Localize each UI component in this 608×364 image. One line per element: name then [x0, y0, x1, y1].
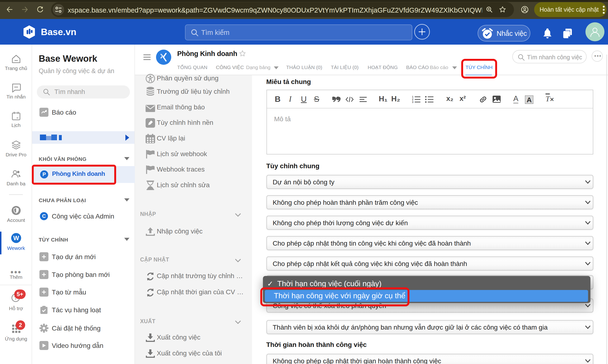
svg-text:W: W — [13, 234, 19, 242]
svg-text:A: A — [527, 96, 532, 104]
svg-text:3: 3 — [412, 101, 414, 104]
svg-text:2: 2 — [412, 98, 414, 101]
svg-text:1: 1 — [412, 96, 414, 98]
